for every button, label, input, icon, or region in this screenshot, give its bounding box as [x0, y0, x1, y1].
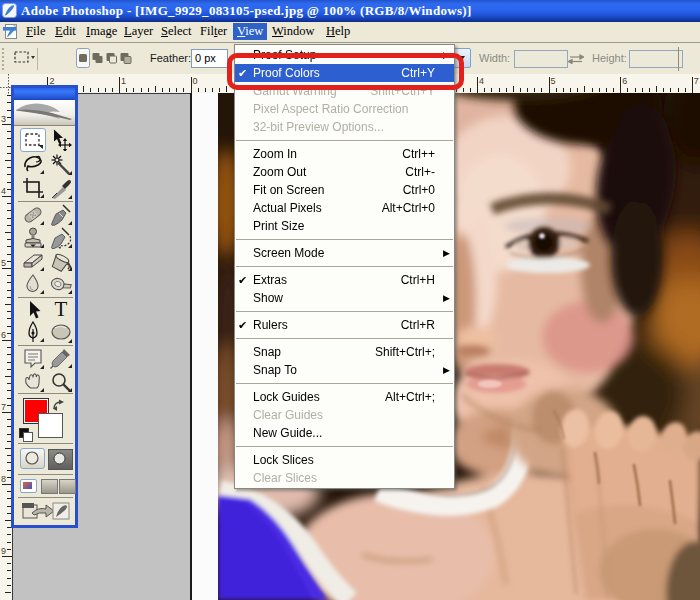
svg-text:T: T [55, 298, 68, 320]
